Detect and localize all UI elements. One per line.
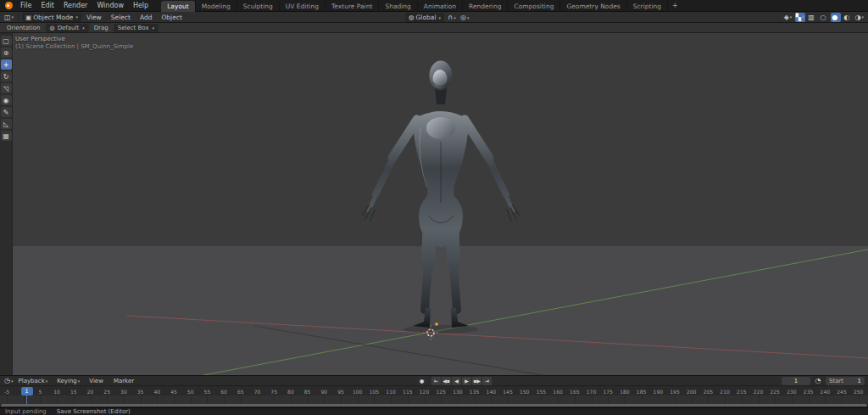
orientation-dropdown[interactable]: ◍ Global ▾ [405, 13, 444, 22]
jump-to-end-button[interactable]: ⇥ [482, 377, 492, 385]
next-keyframe-button[interactable]: ▪▶ [472, 377, 481, 385]
add-cube-tool-button[interactable]: ▦ [1, 131, 12, 141]
menu-view[interactable]: View [82, 13, 106, 22]
chevron-down-icon: ▾ [78, 379, 81, 384]
scrollbar-thumb[interactable] [1, 404, 867, 407]
menu-file[interactable]: File [16, 1, 36, 10]
tab-layout[interactable]: Layout [161, 1, 196, 12]
track-gridline [725, 395, 726, 404]
mode-dropdown[interactable]: ▣ Object Mode ▾ [22, 13, 81, 22]
chevron-down-icon: ▾ [802, 14, 804, 20]
track-gridline [308, 395, 309, 404]
track-gridline [625, 395, 626, 404]
track-gridline [241, 395, 242, 404]
tab-animation[interactable]: Animation [418, 1, 463, 12]
ruler-tick: 35 [137, 389, 144, 395]
measure-tool-button[interactable]: ◺ [1, 119, 12, 129]
playback-controls: ● ⇤◀▪◀▶▪▶⇥ [417, 377, 492, 385]
tab-scripting[interactable]: Scripting [627, 1, 668, 12]
ruler-tick: 115 [403, 389, 412, 395]
menu-edit[interactable]: Edit [36, 1, 58, 10]
ruler-tick: 220 [754, 389, 763, 395]
tab-uv-editing[interactable]: UV Editing [280, 1, 326, 12]
tab-compositing[interactable]: Compositing [508, 1, 560, 12]
ruler-tick: 250 [854, 389, 863, 395]
add-workspace-button[interactable]: + [668, 1, 682, 10]
tab-sculpting[interactable]: Sculpting [237, 1, 280, 12]
tab-texture-paint[interactable]: Texture Paint [326, 1, 379, 12]
track-gridline [191, 395, 192, 404]
track-gridline [541, 395, 542, 404]
ruler-tick: 170 [587, 389, 596, 395]
ruler-tick: 60 [220, 389, 227, 395]
tab-rendering[interactable]: Rendering [463, 1, 508, 12]
track-gridline [675, 395, 676, 404]
transform-tool-button[interactable]: ◉ [1, 95, 12, 105]
blender-logo-icon[interactable] [5, 2, 13, 9]
tab-geometry-nodes[interactable]: Geometry Nodes [560, 1, 626, 12]
cursor-tool-button[interactable]: ⊕ [1, 48, 12, 58]
preview-range-toggle[interactable]: ◔ [813, 376, 823, 385]
playhead[interactable]: 1 [21, 387, 33, 395]
track-gridline [742, 395, 743, 404]
ruler-tick: 20 [87, 389, 94, 395]
play-button[interactable]: ▶ [462, 377, 471, 385]
frame-start-field[interactable]: Start 1 [826, 377, 865, 385]
chevron-down-icon: ▾ [46, 379, 48, 384]
menu-select[interactable]: Select [107, 13, 135, 22]
viewport-menus: ViewSelectAddObject [82, 13, 186, 22]
track-gridline [408, 395, 409, 404]
chest-plate [426, 117, 455, 139]
tool-orientation-value: Default [58, 25, 80, 31]
ruler-tick: 240 [821, 389, 830, 395]
tab-shading[interactable]: Shading [379, 1, 417, 12]
tab-modeling[interactable]: Modeling [196, 1, 237, 12]
drag-mode-value: Select Box [118, 25, 149, 31]
timeline-scrollbar[interactable] [0, 404, 868, 407]
track-gridline [859, 395, 860, 404]
annotate-tool-button[interactable]: ✎ [1, 107, 12, 117]
drag-mode-dropdown[interactable]: Select Box ▾ [114, 24, 159, 32]
proportional-editing-toggle[interactable]: ◎ ▾ [459, 13, 470, 22]
ruler-tick: 75 [270, 389, 277, 395]
timeline-ruler[interactable]: 1 -5510152025303540455055606570758085909… [0, 385, 868, 395]
ruler-tick: 160 [553, 389, 562, 395]
orientation-label: Orientation [7, 25, 41, 31]
menu-object[interactable]: Object [157, 13, 186, 22]
track-gridline [174, 395, 175, 404]
rotate-tool-button[interactable]: ↻ [1, 71, 12, 81]
menu-add[interactable]: Add [136, 13, 157, 22]
tool-orientation-dropdown[interactable]: ◍ Default ▾ [46, 24, 89, 32]
timeline-track[interactable] [0, 395, 868, 404]
chevron-down-icon: ▾ [12, 14, 14, 20]
timeline-editor-type-dropdown[interactable]: ◷ ▾ [3, 376, 14, 385]
prev-keyframe-button[interactable]: ◀▪ [442, 377, 451, 385]
track-gridline [157, 395, 158, 404]
track-gridline [592, 395, 593, 404]
ruler-tick: 140 [487, 389, 496, 395]
ruler-tick: 65 [237, 389, 244, 395]
magnet-snap-icon: ∩ [448, 14, 453, 21]
ruler-tick: 135 [470, 389, 479, 395]
start-value: 1 [858, 378, 861, 384]
ruler-tick: 210 [720, 389, 729, 395]
menu-help[interactable]: Help [129, 1, 153, 10]
move-tool-button[interactable]: + [1, 59, 12, 70]
menu-render[interactable]: Render [59, 1, 92, 10]
select-box-tool-button[interactable]: ▢ [1, 36, 12, 46]
current-frame-field[interactable]: 1 [782, 377, 810, 385]
orientation-icon: ◍ [409, 14, 415, 21]
scale-tool-button[interactable]: ◹ [1, 83, 12, 93]
track-gridline [107, 395, 108, 404]
3d-viewport[interactable]: ▢⊕+↻◹◉✎◺▦ User Perspective (1) Scene Col… [0, 33, 868, 375]
proportional-editing-icon: ◎ [460, 14, 466, 21]
track-gridline [642, 395, 643, 404]
chevron-down-icon: ▾ [467, 15, 470, 20]
jump-to-start-button[interactable]: ⇤ [431, 377, 441, 385]
menu-window[interactable]: Window [92, 1, 128, 10]
editor-type-dropdown[interactable]: ◫ ▾ [3, 13, 14, 22]
auto-keying-toggle[interactable]: ● [417, 377, 426, 385]
play-reverse-button[interactable]: ◀ [452, 377, 461, 385]
ruler-tick: 175 [603, 389, 612, 395]
snap-toggle[interactable]: ∩ ▾ [447, 13, 457, 22]
